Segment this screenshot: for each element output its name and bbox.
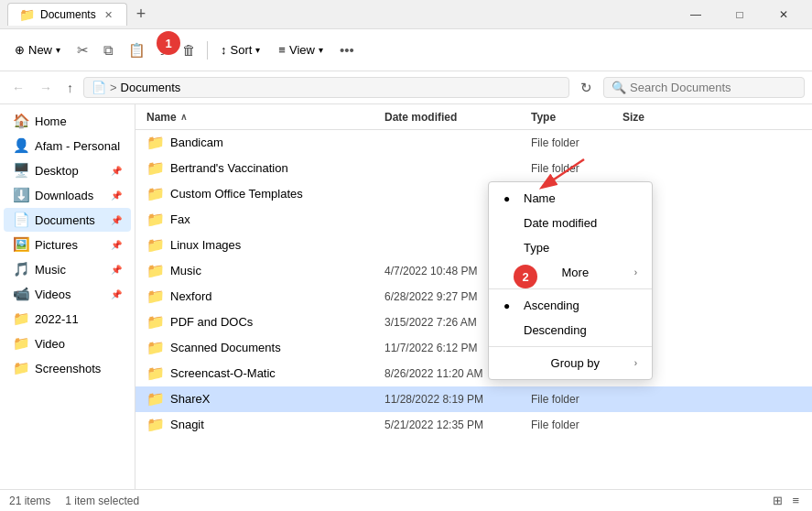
table-row[interactable]: 📁 Custom Office Templates File folder (135, 181, 812, 207)
breadcrumb[interactable]: 📄 > Documents (83, 77, 569, 98)
folder-icon: 📁 (146, 364, 165, 382)
paste-button[interactable]: 📋 (123, 38, 151, 62)
sidebar-item-2022-11[interactable]: 📁 2022-11 (4, 307, 131, 331)
cut-button[interactable]: ✂ (71, 38, 94, 62)
table-row[interactable]: 📁 Music 4/7/2022 10:48 PM File folder (135, 258, 812, 284)
sidebar-item-label: Pictures (35, 238, 78, 252)
table-row[interactable]: 📁 PDF and DOCs 3/15/2022 7:26 AM File fo… (135, 310, 812, 335)
new-tab-button[interactable]: + (131, 3, 152, 26)
col-header-size[interactable]: Size (623, 111, 696, 124)
sort-group-by-item[interactable]: Group by › (489, 351, 652, 375)
col-header-name[interactable]: Name ∧ (146, 111, 384, 124)
sort-menu-item-more[interactable]: More › (489, 260, 652, 285)
table-row[interactable]: 📁 Linux Images File folder (135, 233, 812, 258)
pin-icon: 📌 (111, 166, 122, 176)
file-name: Custom Office Templates (170, 187, 303, 201)
forward-button[interactable]: → (35, 78, 57, 98)
sidebar-item-label: Desktop (35, 164, 79, 178)
new-icon: ⊕ (15, 43, 25, 57)
sort-order-item-descending[interactable]: Descending (489, 318, 652, 342)
minimize-button[interactable]: — (675, 0, 717, 29)
search-icon: 🔍 (612, 81, 626, 94)
table-row[interactable]: 📁 Bandicam File folder (135, 130, 812, 156)
table-row[interactable]: 📁 ShareX 11/28/2022 8:19 PM File folder (135, 386, 812, 412)
file-name: Bertrand's Vaccination (170, 161, 288, 175)
sidebar-item-music[interactable]: 🎵 Music 📌 (4, 257, 131, 281)
col-header-type[interactable]: Type (531, 111, 623, 124)
sidebar-item-afam---personal[interactable]: 👤 Afam - Personal (4, 134, 131, 158)
col-header-date[interactable]: Date modified (384, 111, 531, 124)
file-name: Music (170, 264, 201, 277)
delete-button[interactable]: 🗑 (177, 38, 201, 61)
sidebar-item-downloads[interactable]: ⬇️ Downloads 📌 (4, 183, 131, 207)
table-row[interactable]: 📁 Nexford 6/28/2022 9:27 PM File folder (135, 284, 812, 310)
maximize-button[interactable]: □ (719, 0, 761, 29)
sidebar-item-label: Afam - Personal (35, 139, 120, 153)
file-name-cell: 📁 Screencast-O-Matic (146, 364, 384, 382)
sort-label: Sort (231, 43, 253, 57)
file-name: Scanned Documents (170, 341, 281, 354)
sort-order-label: Ascending (524, 299, 579, 312)
new-label: New (28, 43, 52, 57)
sort-divider-1 (489, 288, 652, 289)
copy-button[interactable]: ⧉ (98, 38, 119, 62)
sidebar-item-videos[interactable]: 📹 Videos 📌 (4, 282, 131, 306)
file-name-cell: 📁 Linux Images (146, 236, 384, 254)
title-bar: 📁 Documents ✕ + — □ ✕ (0, 0, 812, 29)
sort-item-label: Name (524, 191, 556, 205)
view-button[interactable]: ≡ View ▾ (271, 39, 330, 60)
close-button[interactable]: ✕ (763, 0, 805, 29)
sidebar-item-pictures[interactable]: 🖼️ Pictures 📌 (4, 233, 131, 256)
table-row[interactable]: 📁 Screencast-O-Matic 8/26/2022 11:20 AM … (135, 361, 812, 386)
column-headers: Name ∧ Date modified Type Size (135, 104, 812, 130)
sidebar-item-screenshots[interactable]: 📁 Screenshots (4, 356, 131, 380)
list-view-button[interactable]: ≡ (788, 492, 803, 509)
sort-menu-item-name[interactable]: ● Name (489, 186, 652, 211)
sort-order-label: Descending (524, 323, 587, 337)
pin-icon: 📌 (111, 190, 122, 201)
sidebar-icon: 🎵 (13, 261, 29, 277)
folder-icon: 📁 (146, 185, 165, 202)
sort-item-label: More (562, 266, 590, 279)
address-bar: ← → ↑ 📄 > Documents ↻ 🔍 (0, 71, 812, 104)
sort-button[interactable]: ↕ Sort ▾ (213, 39, 267, 60)
up-button[interactable]: ↑ (62, 78, 78, 98)
view-caret-icon: ▾ (319, 45, 323, 55)
file-name-cell: 📁 Custom Office Templates (146, 185, 384, 202)
table-row[interactable]: 📁 Fax File folder (135, 207, 812, 233)
folder-icon: 📁 (146, 390, 165, 408)
search-input[interactable] (630, 81, 796, 94)
sidebar-item-video[interactable]: 📁 Video (4, 332, 131, 355)
back-button[interactable]: ← (7, 78, 29, 98)
sort-menu-item-date-modified[interactable]: Date modified (489, 211, 652, 235)
sort-menu-item-type[interactable]: Type (489, 235, 652, 260)
file-name: Bandicam (170, 136, 223, 149)
table-row[interactable]: 📁 Scanned Documents 11/7/2022 6:12 PM Fi… (135, 335, 812, 361)
table-row[interactable]: 📁 Snagit 5/21/2022 12:35 PM File folder (135, 412, 812, 438)
sort-item-label: Date modified (524, 216, 597, 230)
sidebar-icon: ⬇️ (13, 187, 29, 203)
sidebar-item-home[interactable]: 🏠 Home (4, 109, 131, 133)
sidebar-icon: 👤 (13, 137, 29, 154)
sidebar-item-label: Music (35, 263, 66, 277)
check-icon: ● (503, 192, 516, 205)
file-date: 11/28/2022 8:19 PM (384, 393, 531, 406)
details-view-button[interactable]: ⊞ (769, 492, 786, 509)
more-button[interactable]: ••• (334, 38, 360, 61)
breadcrumb-folder-icon: 📄 (92, 81, 106, 94)
sidebar-item-documents[interactable]: 📄 Documents 📌 (4, 208, 131, 232)
sidebar-item-label: Videos (35, 288, 71, 301)
file-name-cell: 📁 Nexford (146, 288, 384, 305)
file-name-cell: 📁 Music (146, 262, 384, 279)
sort-order-item-ascending[interactable]: ● Ascending (489, 293, 652, 318)
tab-close-button[interactable]: ✕ (102, 8, 115, 22)
refresh-button[interactable]: ↻ (575, 77, 598, 99)
sidebar-icon: 📁 (13, 310, 29, 327)
new-button[interactable]: ⊕ New ▾ (7, 39, 68, 60)
sidebar-icon: 🏠 (13, 113, 29, 129)
file-name-cell: 📁 Bandicam (146, 134, 384, 151)
table-row[interactable]: 📁 Bertrand's Vaccination File folder (135, 156, 812, 181)
sidebar-item-desktop[interactable]: 🖥️ Desktop 📌 (4, 158, 131, 182)
breadcrumb-separator: > (110, 81, 117, 94)
tab-documents[interactable]: 📁 Documents ✕ (7, 3, 127, 26)
